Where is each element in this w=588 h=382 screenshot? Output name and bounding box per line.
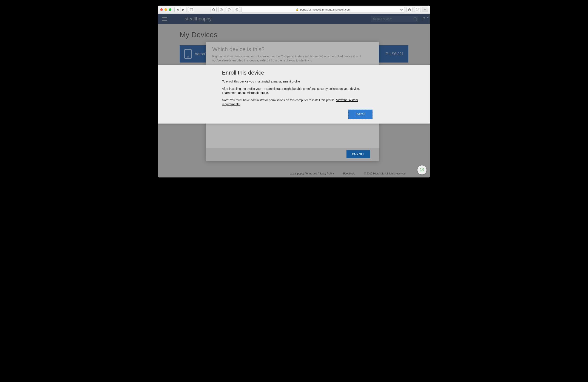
enroll-dialog-title: Enroll this device — [222, 69, 373, 76]
pocket-button[interactable] — [234, 7, 240, 12]
forward-button[interactable]: ▶ — [180, 7, 187, 12]
enroll-line-2-text: After installing the profile your IT adm… — [222, 87, 360, 91]
page: stealthpuppy 2 My Devices Aaron's — [158, 14, 430, 177]
shield-button[interactable] — [226, 7, 232, 12]
learn-more-link[interactable]: Learn more about Microsoft Intune. — [222, 91, 269, 95]
security-badge[interactable] — [418, 165, 426, 174]
enroll-note: Note: You must have administrator permis… — [222, 98, 373, 107]
svg-rect-0 — [190, 8, 193, 11]
reload-button[interactable]: ⟳ — [400, 8, 403, 11]
window-controls — [160, 8, 171, 11]
enroll-button[interactable]: ENROLL — [346, 150, 370, 158]
sidebar-button[interactable] — [188, 7, 194, 12]
browser-window: ◀ ▶ i 🔒 portal.fei.msuc05.manage.microso… — [158, 6, 430, 177]
lock-icon: 🔒 — [296, 8, 299, 11]
enroll-line-2: After installing the profile your IT adm… — [222, 87, 373, 95]
info-button[interactable]: i — [218, 7, 224, 12]
tabs-button[interactable] — [414, 7, 420, 12]
home-button[interactable] — [210, 7, 217, 12]
address-bar[interactable]: 🔒 portal.fei.msuc05.manage.microsoft.com… — [242, 7, 405, 12]
address-text: portal.fei.msuc05.manage.microsoft.com — [300, 8, 350, 11]
browser-toolbar: ◀ ▶ i 🔒 portal.fei.msuc05.manage.microso… — [158, 6, 430, 14]
zoom-window-button[interactable] — [169, 8, 171, 11]
svg-text:i: i — [221, 9, 222, 11]
install-button[interactable]: Install — [348, 110, 373, 119]
share-button[interactable] — [406, 7, 413, 12]
close-window-button[interactable] — [160, 8, 163, 11]
enroll-note-text: Note: You must have administrator permis… — [222, 98, 336, 102]
enroll-dialog: Enroll this device To enroll this device… — [158, 65, 430, 124]
which-device-body: Right now, your device is either not enr… — [212, 54, 363, 62]
enroll-line-1: To enroll this device you must install a… — [222, 79, 373, 84]
back-button[interactable]: ◀ — [174, 7, 180, 12]
svg-rect-7 — [416, 9, 418, 11]
minimize-window-button[interactable] — [165, 8, 167, 11]
which-device-title: Which device is this? — [212, 46, 372, 53]
new-tab-button[interactable]: + — [422, 7, 428, 12]
